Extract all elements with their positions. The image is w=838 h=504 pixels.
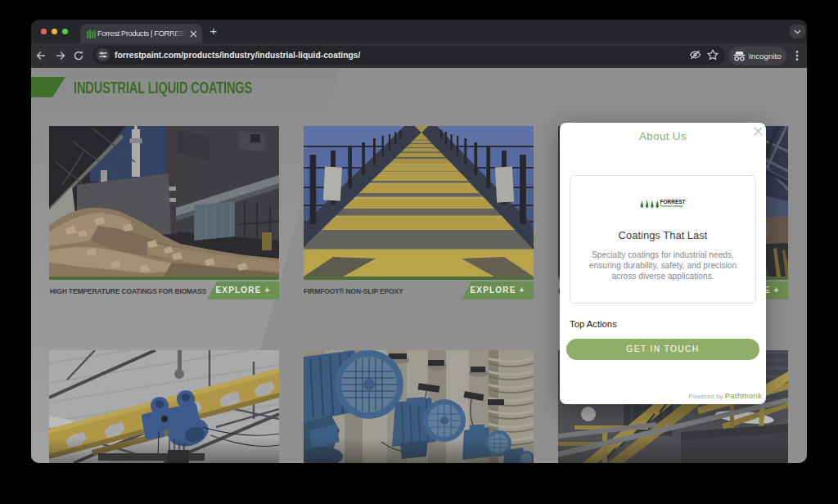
svg-text:Technical Coatings: Technical Coatings: [660, 205, 683, 208]
svg-text:FORREST: FORREST: [660, 199, 686, 205]
